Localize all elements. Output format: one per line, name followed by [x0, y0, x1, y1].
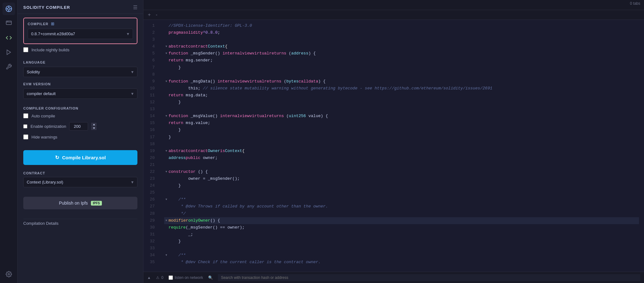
code-line-8 [164, 71, 639, 78]
code-line-9: ▾ function _msgData() internal view virt… [164, 78, 639, 85]
sidebar: SOLIDITY COMPILER ☰ COMPILER ⊞ 0.8.7+com… [18, 0, 143, 283]
fold-marker [164, 231, 169, 238]
code-line-21 [164, 161, 639, 168]
code-content[interactable]: //SPDX-License-Identifier: GPL-3.0 pragm… [159, 20, 644, 272]
icon-bar [0, 0, 18, 283]
contract-select[interactable]: Context (Library.sol) Owner (Library.sol… [23, 177, 137, 187]
fold-marker: ▾ [164, 43, 169, 50]
svg-point-1 [8, 8, 10, 10]
compiler-version-select[interactable]: 0.8.7+commit.e28d00a7 0.8.6+commit.11564… [28, 29, 133, 39]
optimization-down-btn[interactable]: ▼ [91, 127, 97, 130]
code-line-22: ▾ constructor () { [164, 168, 639, 175]
sidebar-header: SOLIDITY COMPILER ☰ [18, 0, 143, 14]
zoom-in-button[interactable]: + [146, 11, 153, 18]
evm-select[interactable]: compiler default byzantium constantinopl… [23, 88, 137, 99]
zoom-in-icon: + [148, 12, 151, 17]
compile-button[interactable]: ↻ Compile Library.sol [23, 150, 137, 165]
code-line-26: ▾ /** [164, 196, 639, 203]
compiler-add-icon[interactable]: ⊞ [51, 21, 54, 26]
hide-warnings-row: Hide warnings [23, 133, 137, 141]
hide-warnings-checkbox[interactable] [23, 134, 28, 139]
zoom-controls: + - [143, 10, 644, 20]
code-line-18 [164, 141, 639, 148]
code-line-17: } [164, 134, 639, 141]
code-line-29: ▾ modifier onlyOwner() { [164, 217, 639, 224]
evm-wrapper: compiler default byzantium constantinopl… [23, 88, 137, 99]
contract-section: CONTRACT Context (Library.sol) Owner (Li… [18, 170, 143, 192]
code-line-4: ▾abstract contract Context { [164, 43, 639, 50]
hide-warnings-label: Hide warnings [31, 135, 57, 139]
fold-marker [164, 175, 169, 182]
code-line-31: _; [164, 231, 639, 238]
evm-label: EVM VERSION [23, 82, 137, 86]
fold-marker [164, 85, 169, 92]
warning-icon: ⚠ [156, 275, 159, 280]
include-nightly-checkbox[interactable] [23, 47, 28, 52]
svg-rect-6 [6, 21, 11, 25]
code-line-6: return msg.sender; [164, 57, 639, 64]
compiler-box: COMPILER ⊞ 0.8.7+commit.e28d00a7 0.8.6+c… [23, 18, 137, 44]
compiler-label-row: COMPILER ⊞ [28, 21, 133, 26]
zoom-out-icon: - [156, 12, 157, 17]
file-explorer-icon[interactable] [3, 17, 15, 30]
code-line-1: //SPDX-License-Identifier: GPL-3.0 [164, 22, 639, 29]
fold-marker [164, 127, 169, 133]
fold-marker [164, 120, 169, 127]
auto-compile-checkbox[interactable] [23, 113, 28, 118]
contract-label: CONTRACT [23, 171, 137, 177]
deploy-icon[interactable] [3, 46, 15, 59]
code-line-12: } [164, 99, 639, 106]
optimization-checkbox[interactable] [23, 124, 27, 128]
optimization-up-btn[interactable]: ▲ [91, 123, 97, 126]
code-line-33 [164, 245, 639, 252]
compiler-icon[interactable] [3, 31, 15, 44]
fold-marker [164, 29, 169, 36]
include-nightly-label: Include nightly builds [31, 48, 69, 52]
code-line-30: require(_msgSender() == owner); [164, 224, 639, 231]
tools-icon[interactable] [3, 60, 15, 73]
fold-marker: ▾ [164, 78, 169, 85]
bottom-search-icon-item: 🔍 [208, 275, 213, 280]
compiler-label: COMPILER [28, 22, 48, 26]
fold-marker: ▾ [164, 113, 169, 120]
warning-count: 0 [161, 275, 164, 280]
language-section: LANGUAGE Solidity Vyper Yul ▼ [18, 58, 143, 80]
fold-marker [164, 203, 169, 210]
code-line-10: this; // silence state mutability warnin… [164, 85, 639, 92]
sidebar-menu-icon[interactable]: ☰ [133, 4, 137, 10]
fold-marker [164, 245, 169, 252]
language-select[interactable]: Solidity Vyper Yul [23, 67, 137, 77]
fold-marker [164, 64, 169, 71]
search-icon: 🔍 [208, 275, 213, 280]
code-line-19: ▾abstract contract Owner is Context { [164, 148, 639, 155]
bottom-up-icon[interactable]: ▲ [147, 275, 151, 280]
listen-network-checkbox[interactable] [169, 275, 173, 280]
code-line-7: } [164, 64, 639, 71]
editor-area: 0 tabs + - 12345678910111213141516171819… [143, 0, 644, 283]
code-line-34: ▾ /** [164, 252, 639, 259]
optimization-row: Enable optimization ▲ ▼ [23, 120, 137, 133]
fold-marker [164, 155, 169, 161]
optimization-input[interactable] [69, 122, 88, 131]
code-line-11: return msg.data; [164, 92, 639, 99]
language-label: LANGUAGE [23, 60, 137, 64]
zoom-out-button[interactable]: - [154, 11, 159, 18]
language-wrapper: Solidity Vyper Yul ▼ [23, 67, 137, 77]
code-line-15: return msg.value; [164, 120, 639, 127]
transaction-search-input[interactable] [218, 274, 640, 281]
plugin-manager-icon[interactable] [3, 3, 15, 15]
publish-ipfs-button[interactable]: Publish on Ipfs IPFS [23, 197, 137, 209]
fold-marker [164, 22, 169, 29]
code-line-23: owner = _msgSender(); [164, 175, 639, 182]
code-line-5: ▾ function _msgSender() internal view vi… [164, 50, 639, 57]
fold-marker [164, 141, 169, 148]
auto-compile-row: Auto compile [23, 111, 137, 120]
code-line-16: } [164, 127, 639, 133]
compile-btn-label: Compile Library.sol [62, 155, 106, 160]
code-line-28: */ [164, 210, 639, 217]
publish-label: Publish on Ipfs [59, 201, 88, 206]
settings-icon[interactable] [3, 268, 15, 280]
code-line-3 [164, 36, 639, 43]
fold-marker [164, 224, 169, 231]
code-line-27: * @dev Throws if called by any account o… [164, 203, 639, 210]
